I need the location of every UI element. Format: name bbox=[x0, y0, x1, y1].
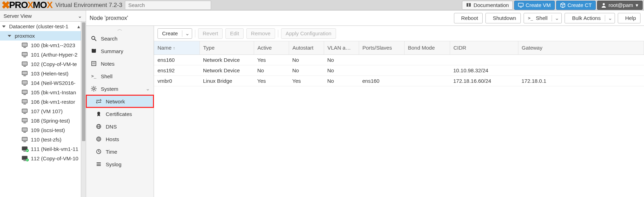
apply-config-button[interactable]: Apply Configuration bbox=[281, 28, 336, 39]
chevron-down-icon[interactable]: ⌄ bbox=[552, 15, 559, 21]
col-vlan-label: VLAN a… bbox=[328, 45, 351, 51]
subnav-item-label: System bbox=[101, 86, 118, 92]
tree-vm[interactable]: 103 (Helen-test) bbox=[0, 69, 86, 78]
cell-vlan: No bbox=[324, 75, 359, 86]
subnav-item-syslog[interactable]: Syslog bbox=[86, 158, 154, 170]
help-label: Help bbox=[625, 15, 636, 21]
col-cidr-label: CIDR bbox=[454, 45, 467, 51]
cell-bond bbox=[404, 75, 450, 86]
tree-vm-label: 103 (Helen-test) bbox=[31, 71, 69, 76]
col-type[interactable]: Type bbox=[200, 41, 254, 54]
svg-rect-19 bbox=[23, 75, 26, 76]
tree-datacenter-label: Datacenter (cluster-test-1 bbox=[9, 23, 68, 29]
table-row[interactable]: ens192 Network Device No No No 10.10.98.… bbox=[154, 65, 644, 75]
svg-line-71 bbox=[92, 90, 92, 91]
tree-vm[interactable]: 106 (bk-vm1-restor bbox=[0, 97, 86, 107]
tree-vm[interactable]: 102 (Copy-of-VM-te bbox=[0, 59, 86, 69]
subnav-collapse-icon[interactable]: ︿ bbox=[86, 26, 154, 32]
tree-scroll[interactable]: Datacenter (cluster-test-1 ▴ proxmox 100… bbox=[0, 22, 86, 197]
tree-vm[interactable]: 101 (Arthur-Hyper-2 bbox=[0, 50, 86, 59]
tree-vm[interactable]: 109 (iscsi-test) bbox=[0, 125, 86, 135]
view-selector[interactable]: Server View ⌄ bbox=[0, 10, 86, 22]
tree-vm[interactable]: 112 (Copy-of-VM-10 bbox=[0, 154, 86, 163]
col-name[interactable]: Name↑ bbox=[154, 41, 200, 54]
user-icon bbox=[601, 2, 607, 8]
svg-rect-27 bbox=[22, 100, 27, 103]
create-ct-button[interactable]: Create CT bbox=[556, 1, 596, 10]
svg-rect-39 bbox=[22, 137, 27, 141]
shutdown-button[interactable]: Shutdown bbox=[485, 13, 521, 23]
network-icon bbox=[96, 98, 102, 104]
node-subnav: ︿ Search Summary Notes >_ Shell System ⌄… bbox=[86, 26, 154, 197]
subnav-item-certificates[interactable]: Certificates bbox=[86, 108, 154, 120]
chevron-down-icon[interactable]: ⌄ bbox=[182, 30, 190, 37]
col-cidr[interactable]: CIDR bbox=[450, 41, 518, 54]
tree-node-proxmox[interactable]: proxmox bbox=[0, 31, 86, 41]
remove-button[interactable]: Remove bbox=[246, 28, 275, 39]
svg-rect-16 bbox=[23, 66, 26, 67]
svg-rect-28 bbox=[23, 104, 26, 104]
subnav-item-label: Certificates bbox=[106, 111, 132, 117]
global-search-input[interactable] bbox=[125, 1, 211, 10]
subnav-item-dns[interactable]: DNS bbox=[86, 120, 154, 133]
documentation-button[interactable]: Documentation bbox=[462, 1, 513, 10]
chevron-down-icon: ▾ bbox=[635, 2, 639, 8]
col-ports[interactable]: Ports/Slaves bbox=[359, 41, 404, 54]
env-label: Virtual Environment 7.2-3 bbox=[55, 2, 122, 9]
tree-vm-label: 109 (iscsi-test) bbox=[31, 127, 65, 133]
network-panel: Create ⌄ Revert Edit Remove Apply Config… bbox=[154, 26, 644, 197]
tree-vm[interactable]: 105 (bk-vm1-Instan bbox=[0, 88, 86, 97]
tree-vm[interactable]: 108 (Spring-test) bbox=[0, 116, 86, 125]
tree-vm[interactable]: 111 (Neil-bk-vm1-11 bbox=[0, 144, 86, 154]
tree-vm-label: 105 (bk-vm1-Instan bbox=[31, 89, 76, 95]
chevron-down-icon[interactable]: ⌄ bbox=[146, 86, 150, 92]
col-gateway[interactable]: Gateway bbox=[518, 41, 644, 54]
help-button[interactable]: ? Help bbox=[618, 13, 640, 23]
tree-vm-label: 104 (Neil-WS2016- bbox=[31, 80, 76, 86]
user-menu-button[interactable]: root@pam ▾ bbox=[597, 1, 643, 10]
hosts-icon bbox=[96, 136, 102, 142]
table-row[interactable]: ens160 Network Device Yes No No bbox=[154, 54, 644, 65]
shell-button[interactable]: >_ Shell ⌄ bbox=[524, 13, 562, 23]
create-iface-button[interactable]: Create ⌄ bbox=[158, 28, 192, 39]
subnav-item-search[interactable]: Search bbox=[86, 32, 154, 45]
tree-scrollbar[interactable] bbox=[81, 22, 86, 197]
subnav-item-summary[interactable]: Summary bbox=[86, 45, 154, 57]
svg-rect-21 bbox=[22, 81, 27, 84]
subnav-item-system[interactable]: System ⌄ bbox=[86, 82, 154, 95]
network-grid[interactable]: Name↑ Type Active Autostart VLAN a… Port… bbox=[154, 41, 644, 197]
documentation-label: Documentation bbox=[474, 2, 509, 8]
svg-point-63 bbox=[93, 88, 95, 90]
subnav-item-hosts[interactable]: Hosts bbox=[86, 133, 154, 145]
tree-datacenter[interactable]: Datacenter (cluster-test-1 ▴ bbox=[0, 22, 86, 31]
col-active[interactable]: Active bbox=[254, 41, 289, 54]
scrollbar-thumb[interactable] bbox=[82, 22, 85, 141]
chevron-down-icon[interactable]: ⌄ bbox=[605, 15, 612, 21]
subnav-item-time[interactable]: Time bbox=[86, 145, 154, 158]
subnav-item-label: Network bbox=[106, 98, 125, 104]
svg-rect-18 bbox=[22, 71, 27, 75]
reboot-button[interactable]: Reboot bbox=[454, 13, 483, 23]
sort-asc-icon: ↑ bbox=[173, 46, 175, 51]
col-autostart[interactable]: Autostart bbox=[289, 41, 324, 54]
subnav-item-network[interactable]: Network bbox=[86, 95, 154, 108]
subnav-item-notes[interactable]: Notes bbox=[86, 57, 154, 70]
table-row[interactable]: vmbr0 Linux Bridge Yes Yes No ens160 172… bbox=[154, 75, 644, 86]
bulk-actions-button[interactable]: Bulk Actions ⌄ bbox=[565, 13, 615, 23]
create-vm-button[interactable]: Create VM bbox=[514, 1, 555, 10]
col-vlan[interactable]: VLAN a… bbox=[324, 41, 359, 54]
tree-vm[interactable]: 100 (bk-vm1--2023 bbox=[0, 41, 86, 50]
subnav-item-shell[interactable]: >_ Shell bbox=[86, 70, 154, 82]
tree-vm[interactable]: 110 (test-zfs) bbox=[0, 135, 86, 144]
summary-icon bbox=[91, 48, 97, 54]
edit-button[interactable]: Edit bbox=[225, 28, 244, 39]
revert-button[interactable]: Revert bbox=[198, 28, 223, 39]
col-bond[interactable]: Bond Mode bbox=[404, 41, 450, 54]
tree-vm[interactable]: 104 (Neil-WS2016- bbox=[0, 78, 86, 88]
chevron-down-icon: ⌄ bbox=[78, 13, 82, 19]
svg-rect-0 bbox=[518, 3, 523, 6]
tree-vm-label: 107 (VM 107) bbox=[31, 108, 63, 114]
vm-icon bbox=[22, 90, 29, 95]
tree-vm[interactable]: 107 (VM 107) bbox=[0, 107, 86, 116]
search-icon bbox=[91, 36, 97, 41]
